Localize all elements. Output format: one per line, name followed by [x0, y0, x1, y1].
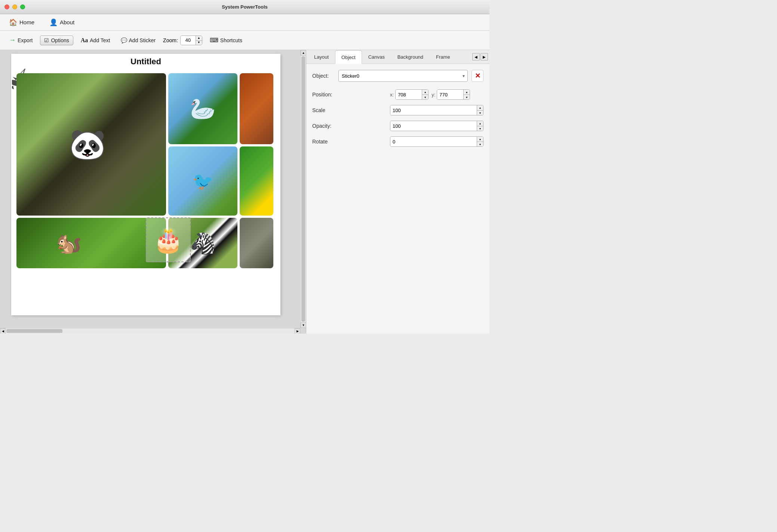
rotate-input-wrapper: ▲ ▼	[390, 136, 483, 147]
scroll-thumb-horizontal[interactable]	[6, 329, 62, 333]
minimize-button[interactable]	[12, 4, 17, 9]
object-selector-row: Object: Sticker0 ▼ ✕	[312, 70, 483, 82]
zoom-input[interactable]	[181, 36, 196, 45]
position-y-input[interactable]	[437, 90, 463, 99]
tab-object[interactable]: Object	[335, 50, 362, 64]
photo-partial1[interactable]	[240, 73, 273, 144]
rotate-label: Rotate	[312, 139, 387, 145]
scale-spinners: ▲ ▼	[477, 105, 483, 115]
scroll-thumb-vertical[interactable]	[301, 56, 305, 322]
photo-squirrel[interactable]	[16, 218, 166, 268]
tabs-navigation: ◀ ▶	[472, 53, 488, 61]
opacity-input[interactable]	[390, 121, 477, 131]
position-label: Position:	[312, 92, 387, 98]
opacity-down-button[interactable]: ▼	[477, 126, 483, 131]
canvas-container[interactable]: Untitled	[0, 50, 306, 334]
opacity-spinners: ▲ ▼	[477, 121, 483, 131]
opacity-row: Opacity: ▲ ▼	[312, 121, 483, 131]
tab-background-label: Background	[397, 54, 423, 60]
sticker-cake[interactable]: 🎂	[146, 217, 191, 262]
panel-body: Object: Sticker0 ▼ ✕ Position: x:	[306, 64, 489, 334]
add-text-button[interactable]: Aa Add Text	[78, 35, 113, 45]
right-panel: Layout Object Canvas Background Frame ◀ …	[306, 50, 489, 334]
shortcuts-icon: ⌨	[210, 37, 218, 44]
add-sticker-label: Add Sticker	[129, 37, 156, 43]
tab-frame[interactable]: Frame	[430, 50, 457, 64]
y-input-wrapper: ▲ ▼	[437, 89, 470, 100]
tabs-nav-prev[interactable]: ◀	[472, 53, 480, 61]
export-arrow-icon: →	[9, 36, 16, 44]
y-spinners: ▲ ▼	[463, 90, 470, 99]
export-button[interactable]: → Export	[6, 35, 36, 46]
object-select-wrapper: Sticker0 ▼	[338, 70, 468, 82]
toolbar: → Export ☑ Options Aa Add Text 💬 Add Sti…	[0, 31, 489, 50]
tab-canvas[interactable]: Canvas	[362, 50, 391, 64]
x-up-button[interactable]: ▲	[422, 90, 428, 95]
y-up-button[interactable]: ▲	[464, 90, 470, 95]
delete-object-button[interactable]: ✕	[472, 70, 483, 82]
scale-down-button[interactable]: ▼	[477, 110, 483, 115]
scale-row: Scale ▲ ▼	[312, 105, 483, 115]
photo-panda[interactable]	[16, 73, 166, 216]
rotate-up-button[interactable]: ▲	[477, 137, 483, 142]
maximize-button[interactable]	[20, 4, 25, 9]
shortcuts-button[interactable]: ⌨ Shortcuts	[207, 35, 245, 45]
home-icon: 🏠	[9, 18, 17, 27]
text-icon: Aa	[81, 37, 88, 44]
tabs-bar: Layout Object Canvas Background Frame ◀ …	[306, 50, 489, 64]
scale-input[interactable]	[390, 105, 477, 115]
menubar: 🏠 Home 👤 About	[0, 14, 489, 31]
position-x-input[interactable]	[396, 90, 422, 99]
tab-layout[interactable]: Layout	[308, 50, 335, 64]
x-spinners: ▲ ▼	[422, 90, 428, 99]
menu-home-label: Home	[19, 19, 34, 25]
titlebar-buttons	[4, 4, 25, 9]
add-sticker-button[interactable]: 💬 Add Sticker	[118, 36, 159, 45]
vertical-scrollbar[interactable]: ▲ ▼	[300, 50, 306, 328]
options-icon: ☑	[44, 37, 49, 43]
options-label: Options	[51, 37, 69, 43]
tab-frame-label: Frame	[436, 54, 450, 60]
zoom-input-wrapper: ▲ ▼	[180, 35, 202, 45]
add-text-label: Add Text	[90, 37, 110, 43]
window-title: System PowerTools	[222, 4, 268, 10]
main-area: Untitled	[0, 50, 489, 334]
scale-up-button[interactable]: ▲	[477, 105, 483, 110]
close-button[interactable]	[4, 4, 9, 9]
scroll-left-arrow[interactable]: ◀	[0, 328, 6, 334]
y-down-button[interactable]: ▼	[464, 95, 470, 99]
object-select[interactable]: Sticker0	[338, 70, 468, 82]
sticker-icon: 💬	[121, 37, 127, 43]
shortcuts-label: Shortcuts	[220, 37, 242, 43]
x-down-button[interactable]: ▼	[422, 95, 428, 99]
menu-about[interactable]: 👤 About	[46, 17, 77, 28]
position-x-group: x: ▲ ▼	[390, 89, 429, 100]
photo-partial3[interactable]	[240, 218, 273, 268]
menu-about-label: About	[60, 19, 74, 25]
horizontal-scrollbar[interactable]: ◀ ▶	[0, 328, 300, 334]
tab-background[interactable]: Background	[391, 50, 430, 64]
menu-home[interactable]: 🏠 Home	[6, 17, 37, 28]
scroll-right-arrow[interactable]: ▶	[295, 328, 300, 334]
opacity-up-button[interactable]: ▲	[477, 121, 483, 126]
tabs-nav-next[interactable]: ▶	[480, 53, 488, 61]
photo-bird1[interactable]	[168, 73, 237, 144]
scroll-up-arrow[interactable]: ▲	[301, 50, 306, 56]
scroll-down-arrow[interactable]: ▼	[301, 322, 306, 328]
tab-canvas-label: Canvas	[368, 54, 385, 60]
options-button[interactable]: ☑ Options	[40, 35, 73, 45]
rotate-input[interactable]	[390, 137, 477, 146]
zoom-down-button[interactable]: ▼	[196, 40, 202, 45]
photo-partial2[interactable]	[240, 146, 273, 216]
position-row: Position: x: ▲ ▼ y:	[312, 89, 483, 100]
titlebar: System PowerTools	[0, 0, 489, 14]
position-y-group: y: ▲ ▼	[432, 89, 470, 100]
y-coord-label: y:	[432, 92, 435, 98]
position-values: x: ▲ ▼ y:	[390, 89, 483, 100]
rotate-down-button[interactable]: ▼	[477, 142, 483, 146]
zoom-group: Zoom: ▲ ▼	[163, 35, 202, 45]
zoom-up-button[interactable]: ▲	[196, 36, 202, 40]
export-label: Export	[18, 37, 33, 43]
tab-layout-label: Layout	[314, 54, 329, 60]
photo-bird2[interactable]	[168, 146, 237, 216]
